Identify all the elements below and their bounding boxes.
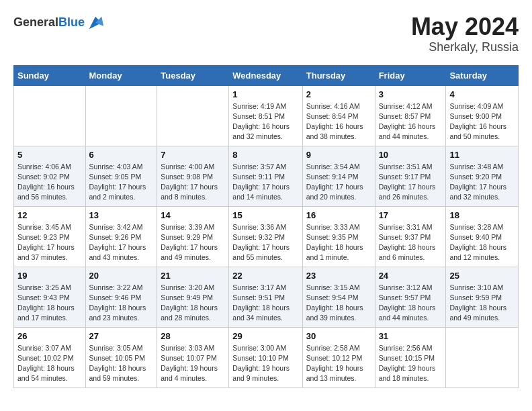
day-info: Sunrise: 3:36 AM Sunset: 9:32 PM Dayligh…: [232, 222, 298, 263]
calendar-week-1: 1Sunrise: 4:19 AM Sunset: 8:51 PM Daylig…: [14, 85, 519, 146]
day-info: Sunrise: 3:48 AM Sunset: 9:20 PM Dayligh…: [449, 162, 515, 203]
day-number: 23: [306, 271, 371, 281]
day-number: 25: [449, 271, 515, 281]
day-info: Sunrise: 3:25 AM Sunset: 9:43 PM Dayligh…: [17, 283, 82, 324]
day-info: Sunrise: 3:17 AM Sunset: 9:51 PM Dayligh…: [232, 283, 298, 324]
day-number: 30: [306, 331, 371, 341]
calendar-cell: 12Sunrise: 3:45 AM Sunset: 9:23 PM Dayli…: [14, 206, 86, 267]
day-number: 1: [232, 89, 298, 99]
calendar-cell: 9Sunrise: 3:54 AM Sunset: 9:14 PM Daylig…: [302, 146, 375, 206]
calendar-cell: 18Sunrise: 3:28 AM Sunset: 9:40 PM Dayli…: [446, 206, 519, 267]
logo-icon: [86, 13, 105, 32]
calendar-cell: 31Sunrise: 2:56 AM Sunset: 10:15 PM Dayl…: [375, 327, 446, 387]
calendar-cell: 13Sunrise: 3:42 AM Sunset: 9:26 PM Dayli…: [85, 206, 157, 267]
day-info: Sunrise: 4:16 AM Sunset: 8:54 PM Dayligh…: [306, 101, 371, 142]
weekday-friday: Friday: [375, 65, 446, 85]
day-info: Sunrise: 3:31 AM Sunset: 9:37 PM Dayligh…: [379, 222, 443, 263]
weekday-saturday: Saturday: [446, 65, 519, 85]
calendar-cell: 4Sunrise: 4:09 AM Sunset: 9:00 PM Daylig…: [446, 85, 519, 146]
day-info: Sunrise: 3:39 AM Sunset: 9:29 PM Dayligh…: [161, 222, 225, 263]
calendar-cell: 7Sunrise: 4:00 AM Sunset: 9:08 PM Daylig…: [157, 146, 229, 206]
day-number: 8: [232, 150, 298, 160]
day-info: Sunrise: 3:22 AM Sunset: 9:46 PM Dayligh…: [89, 283, 154, 324]
weekday-monday: Monday: [85, 65, 157, 85]
weekday-sunday: Sunday: [14, 65, 86, 85]
calendar-cell: 11Sunrise: 3:48 AM Sunset: 9:20 PM Dayli…: [446, 146, 519, 206]
day-number: 7: [161, 150, 225, 160]
day-info: Sunrise: 4:09 AM Sunset: 9:00 PM Dayligh…: [449, 101, 515, 142]
calendar-cell: 16Sunrise: 3:33 AM Sunset: 9:35 PM Dayli…: [302, 206, 375, 267]
calendar-cell: [14, 85, 86, 146]
calendar-cell: 28Sunrise: 3:03 AM Sunset: 10:07 PM Dayl…: [157, 327, 229, 387]
day-number: 2: [306, 89, 371, 99]
calendar-cell: 24Sunrise: 3:12 AM Sunset: 9:57 PM Dayli…: [375, 267, 446, 327]
weekday-thursday: Thursday: [302, 65, 375, 85]
calendar-week-2: 5Sunrise: 4:06 AM Sunset: 9:02 PM Daylig…: [14, 146, 519, 206]
day-number: 4: [449, 89, 515, 99]
calendar-week-3: 12Sunrise: 3:45 AM Sunset: 9:23 PM Dayli…: [14, 206, 519, 267]
calendar-cell: 30Sunrise: 2:58 AM Sunset: 10:12 PM Dayl…: [302, 327, 375, 387]
day-info: Sunrise: 3:45 AM Sunset: 9:23 PM Dayligh…: [17, 222, 82, 263]
day-number: 24: [379, 271, 443, 281]
day-info: Sunrise: 3:20 AM Sunset: 9:49 PM Dayligh…: [161, 283, 225, 324]
calendar-cell: 15Sunrise: 3:36 AM Sunset: 9:32 PM Dayli…: [229, 206, 302, 267]
calendar-cell: 22Sunrise: 3:17 AM Sunset: 9:51 PM Dayli…: [229, 267, 302, 327]
day-number: 27: [89, 331, 154, 341]
day-number: 17: [379, 210, 443, 220]
calendar-body: 1Sunrise: 4:19 AM Sunset: 8:51 PM Daylig…: [14, 85, 519, 387]
calendar-table: Sunday Monday Tuesday Wednesday Thursday…: [13, 65, 519, 388]
calendar-cell: 3Sunrise: 4:12 AM Sunset: 8:57 PM Daylig…: [375, 85, 446, 146]
calendar-cell: [446, 327, 519, 387]
location: Sherkaly, Russia: [411, 40, 519, 54]
weekday-tuesday: Tuesday: [157, 65, 229, 85]
day-info: Sunrise: 3:28 AM Sunset: 9:40 PM Dayligh…: [449, 222, 515, 263]
weekday-wednesday: Wednesday: [229, 65, 302, 85]
day-info: Sunrise: 3:54 AM Sunset: 9:14 PM Dayligh…: [306, 162, 371, 203]
day-info: Sunrise: 3:33 AM Sunset: 9:35 PM Dayligh…: [306, 222, 371, 263]
calendar-cell: 17Sunrise: 3:31 AM Sunset: 9:37 PM Dayli…: [375, 206, 446, 267]
logo: GeneralBlue: [13, 13, 105, 32]
day-number: 9: [306, 150, 371, 160]
calendar-cell: 23Sunrise: 3:15 AM Sunset: 9:54 PM Dayli…: [302, 267, 375, 327]
day-info: Sunrise: 4:00 AM Sunset: 9:08 PM Dayligh…: [161, 162, 225, 203]
day-number: 29: [232, 331, 298, 341]
day-info: Sunrise: 3:15 AM Sunset: 9:54 PM Dayligh…: [306, 283, 371, 324]
calendar-cell: [157, 85, 229, 146]
calendar-cell: 20Sunrise: 3:22 AM Sunset: 9:46 PM Dayli…: [85, 267, 157, 327]
weekday-row: Sunday Monday Tuesday Wednesday Thursday…: [14, 65, 519, 85]
day-number: 6: [89, 150, 154, 160]
day-number: 21: [161, 271, 225, 281]
month-year: May 2024: [411, 13, 519, 40]
calendar-cell: 29Sunrise: 3:00 AM Sunset: 10:10 PM Dayl…: [229, 327, 302, 387]
calendar-cell: 27Sunrise: 3:05 AM Sunset: 10:05 PM Dayl…: [85, 327, 157, 387]
day-number: 14: [161, 210, 225, 220]
day-number: 11: [449, 150, 515, 160]
calendar-cell: 21Sunrise: 3:20 AM Sunset: 9:49 PM Dayli…: [157, 267, 229, 327]
day-number: 5: [17, 150, 82, 160]
day-info: Sunrise: 4:06 AM Sunset: 9:02 PM Dayligh…: [17, 162, 82, 203]
day-info: Sunrise: 2:56 AM Sunset: 10:15 PM Daylig…: [379, 343, 443, 384]
calendar-cell: 8Sunrise: 3:57 AM Sunset: 9:11 PM Daylig…: [229, 146, 302, 206]
day-number: 20: [89, 271, 154, 281]
calendar-cell: 10Sunrise: 3:51 AM Sunset: 9:17 PM Dayli…: [375, 146, 446, 206]
day-number: 16: [306, 210, 371, 220]
day-info: Sunrise: 4:03 AM Sunset: 9:05 PM Dayligh…: [89, 162, 154, 203]
day-info: Sunrise: 2:58 AM Sunset: 10:12 PM Daylig…: [306, 343, 371, 384]
day-number: 22: [232, 271, 298, 281]
day-number: 13: [89, 210, 154, 220]
day-number: 19: [17, 271, 82, 281]
day-info: Sunrise: 3:12 AM Sunset: 9:57 PM Dayligh…: [379, 283, 443, 324]
calendar-week-5: 26Sunrise: 3:07 AM Sunset: 10:02 PM Dayl…: [14, 327, 519, 387]
calendar-cell: 19Sunrise: 3:25 AM Sunset: 9:43 PM Dayli…: [14, 267, 86, 327]
day-number: 15: [232, 210, 298, 220]
calendar-cell: 1Sunrise: 4:19 AM Sunset: 8:51 PM Daylig…: [229, 85, 302, 146]
calendar-cell: 14Sunrise: 3:39 AM Sunset: 9:29 PM Dayli…: [157, 206, 229, 267]
day-info: Sunrise: 3:57 AM Sunset: 9:11 PM Dayligh…: [232, 162, 298, 203]
day-number: 3: [379, 89, 443, 99]
day-info: Sunrise: 3:07 AM Sunset: 10:02 PM Daylig…: [17, 343, 82, 384]
page-header: GeneralBlue May 2024 Sherkaly, Russia: [13, 13, 519, 54]
logo-general: GeneralBlue: [13, 16, 85, 30]
day-number: 28: [161, 331, 225, 341]
day-info: Sunrise: 4:19 AM Sunset: 8:51 PM Dayligh…: [232, 101, 298, 142]
day-info: Sunrise: 3:05 AM Sunset: 10:05 PM Daylig…: [89, 343, 154, 384]
